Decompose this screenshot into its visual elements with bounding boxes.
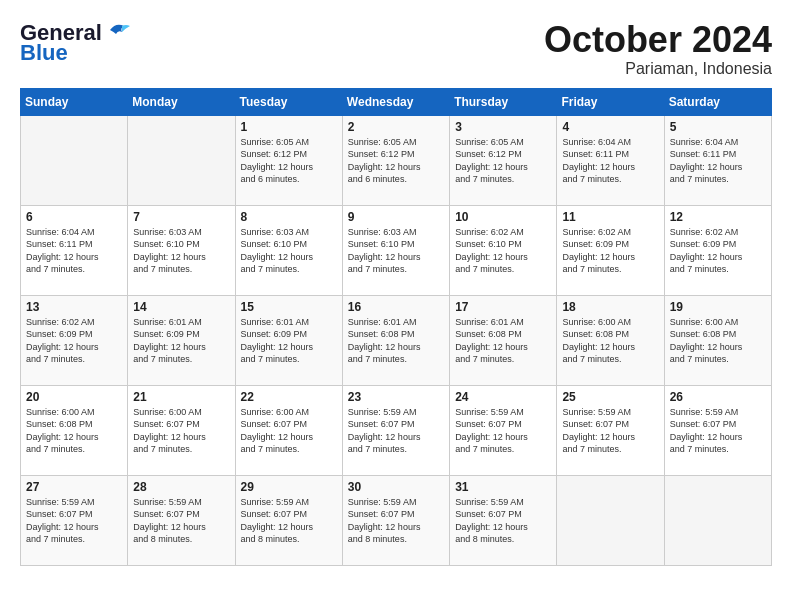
day-number: 27	[26, 480, 122, 494]
table-row: 6Sunrise: 6:04 AM Sunset: 6:11 PM Daylig…	[21, 205, 128, 295]
day-content: Sunrise: 5:59 AM Sunset: 6:07 PM Dayligh…	[26, 496, 122, 546]
day-number: 28	[133, 480, 229, 494]
table-row: 23Sunrise: 5:59 AM Sunset: 6:07 PM Dayli…	[342, 385, 449, 475]
header-thursday: Thursday	[450, 88, 557, 115]
table-row: 11Sunrise: 6:02 AM Sunset: 6:09 PM Dayli…	[557, 205, 664, 295]
header-wednesday: Wednesday	[342, 88, 449, 115]
day-number: 15	[241, 300, 337, 314]
day-number: 24	[455, 390, 551, 404]
calendar-week-row: 1Sunrise: 6:05 AM Sunset: 6:12 PM Daylig…	[21, 115, 772, 205]
calendar-body: 1Sunrise: 6:05 AM Sunset: 6:12 PM Daylig…	[21, 115, 772, 565]
calendar-week-row: 6Sunrise: 6:04 AM Sunset: 6:11 PM Daylig…	[21, 205, 772, 295]
day-number: 11	[562, 210, 658, 224]
day-content: Sunrise: 6:02 AM Sunset: 6:10 PM Dayligh…	[455, 226, 551, 276]
day-content: Sunrise: 6:03 AM Sunset: 6:10 PM Dayligh…	[133, 226, 229, 276]
table-row: 24Sunrise: 5:59 AM Sunset: 6:07 PM Dayli…	[450, 385, 557, 475]
day-content: Sunrise: 6:01 AM Sunset: 6:09 PM Dayligh…	[241, 316, 337, 366]
header-friday: Friday	[557, 88, 664, 115]
logo-bird-icon	[108, 22, 130, 40]
logo: General Blue	[20, 20, 130, 66]
table-row: 30Sunrise: 5:59 AM Sunset: 6:07 PM Dayli…	[342, 475, 449, 565]
table-row: 13Sunrise: 6:02 AM Sunset: 6:09 PM Dayli…	[21, 295, 128, 385]
day-number: 21	[133, 390, 229, 404]
day-content: Sunrise: 6:03 AM Sunset: 6:10 PM Dayligh…	[348, 226, 444, 276]
table-row: 2Sunrise: 6:05 AM Sunset: 6:12 PM Daylig…	[342, 115, 449, 205]
title-area: October 2024 Pariaman, Indonesia	[544, 20, 772, 78]
day-content: Sunrise: 6:00 AM Sunset: 6:07 PM Dayligh…	[241, 406, 337, 456]
page-header: General Blue October 2024 Pariaman, Indo…	[20, 20, 772, 78]
day-number: 9	[348, 210, 444, 224]
day-number: 31	[455, 480, 551, 494]
day-content: Sunrise: 6:00 AM Sunset: 6:08 PM Dayligh…	[562, 316, 658, 366]
day-number: 7	[133, 210, 229, 224]
day-content: Sunrise: 6:02 AM Sunset: 6:09 PM Dayligh…	[670, 226, 766, 276]
table-row: 19Sunrise: 6:00 AM Sunset: 6:08 PM Dayli…	[664, 295, 771, 385]
day-number: 2	[348, 120, 444, 134]
day-number: 30	[348, 480, 444, 494]
header-tuesday: Tuesday	[235, 88, 342, 115]
table-row: 27Sunrise: 5:59 AM Sunset: 6:07 PM Dayli…	[21, 475, 128, 565]
calendar-week-row: 13Sunrise: 6:02 AM Sunset: 6:09 PM Dayli…	[21, 295, 772, 385]
table-row: 17Sunrise: 6:01 AM Sunset: 6:08 PM Dayli…	[450, 295, 557, 385]
day-content: Sunrise: 6:05 AM Sunset: 6:12 PM Dayligh…	[241, 136, 337, 186]
day-content: Sunrise: 6:05 AM Sunset: 6:12 PM Dayligh…	[348, 136, 444, 186]
day-content: Sunrise: 5:59 AM Sunset: 6:07 PM Dayligh…	[241, 496, 337, 546]
day-number: 17	[455, 300, 551, 314]
day-content: Sunrise: 6:00 AM Sunset: 6:08 PM Dayligh…	[26, 406, 122, 456]
calendar-week-row: 27Sunrise: 5:59 AM Sunset: 6:07 PM Dayli…	[21, 475, 772, 565]
day-content: Sunrise: 6:01 AM Sunset: 6:08 PM Dayligh…	[455, 316, 551, 366]
table-row: 15Sunrise: 6:01 AM Sunset: 6:09 PM Dayli…	[235, 295, 342, 385]
table-row: 26Sunrise: 5:59 AM Sunset: 6:07 PM Dayli…	[664, 385, 771, 475]
day-number: 14	[133, 300, 229, 314]
day-content: Sunrise: 6:03 AM Sunset: 6:10 PM Dayligh…	[241, 226, 337, 276]
day-number: 5	[670, 120, 766, 134]
table-row: 31Sunrise: 5:59 AM Sunset: 6:07 PM Dayli…	[450, 475, 557, 565]
table-row	[557, 475, 664, 565]
day-number: 10	[455, 210, 551, 224]
day-number: 18	[562, 300, 658, 314]
day-content: Sunrise: 5:59 AM Sunset: 6:07 PM Dayligh…	[455, 496, 551, 546]
table-row: 22Sunrise: 6:00 AM Sunset: 6:07 PM Dayli…	[235, 385, 342, 475]
table-row: 3Sunrise: 6:05 AM Sunset: 6:12 PM Daylig…	[450, 115, 557, 205]
day-content: Sunrise: 6:01 AM Sunset: 6:09 PM Dayligh…	[133, 316, 229, 366]
day-number: 26	[670, 390, 766, 404]
day-number: 25	[562, 390, 658, 404]
table-row: 1Sunrise: 6:05 AM Sunset: 6:12 PM Daylig…	[235, 115, 342, 205]
day-number: 8	[241, 210, 337, 224]
header-monday: Monday	[128, 88, 235, 115]
table-row: 12Sunrise: 6:02 AM Sunset: 6:09 PM Dayli…	[664, 205, 771, 295]
month-title: October 2024	[544, 20, 772, 60]
table-row: 18Sunrise: 6:00 AM Sunset: 6:08 PM Dayli…	[557, 295, 664, 385]
day-content: Sunrise: 5:59 AM Sunset: 6:07 PM Dayligh…	[455, 406, 551, 456]
table-row: 16Sunrise: 6:01 AM Sunset: 6:08 PM Dayli…	[342, 295, 449, 385]
day-number: 3	[455, 120, 551, 134]
day-number: 29	[241, 480, 337, 494]
table-row: 25Sunrise: 5:59 AM Sunset: 6:07 PM Dayli…	[557, 385, 664, 475]
calendar-header: Sunday Monday Tuesday Wednesday Thursday…	[21, 88, 772, 115]
day-content: Sunrise: 6:04 AM Sunset: 6:11 PM Dayligh…	[670, 136, 766, 186]
day-number: 12	[670, 210, 766, 224]
day-number: 23	[348, 390, 444, 404]
day-content: Sunrise: 6:05 AM Sunset: 6:12 PM Dayligh…	[455, 136, 551, 186]
day-number: 16	[348, 300, 444, 314]
table-row	[664, 475, 771, 565]
day-content: Sunrise: 5:59 AM Sunset: 6:07 PM Dayligh…	[133, 496, 229, 546]
table-row: 10Sunrise: 6:02 AM Sunset: 6:10 PM Dayli…	[450, 205, 557, 295]
day-content: Sunrise: 5:59 AM Sunset: 6:07 PM Dayligh…	[670, 406, 766, 456]
table-row: 9Sunrise: 6:03 AM Sunset: 6:10 PM Daylig…	[342, 205, 449, 295]
day-number: 22	[241, 390, 337, 404]
table-row: 7Sunrise: 6:03 AM Sunset: 6:10 PM Daylig…	[128, 205, 235, 295]
table-row: 28Sunrise: 5:59 AM Sunset: 6:07 PM Dayli…	[128, 475, 235, 565]
day-content: Sunrise: 6:04 AM Sunset: 6:11 PM Dayligh…	[562, 136, 658, 186]
table-row	[128, 115, 235, 205]
day-content: Sunrise: 6:02 AM Sunset: 6:09 PM Dayligh…	[562, 226, 658, 276]
day-number: 20	[26, 390, 122, 404]
header-saturday: Saturday	[664, 88, 771, 115]
table-row: 8Sunrise: 6:03 AM Sunset: 6:10 PM Daylig…	[235, 205, 342, 295]
day-number: 19	[670, 300, 766, 314]
table-row: 21Sunrise: 6:00 AM Sunset: 6:07 PM Dayli…	[128, 385, 235, 475]
table-row: 14Sunrise: 6:01 AM Sunset: 6:09 PM Dayli…	[128, 295, 235, 385]
day-content: Sunrise: 6:04 AM Sunset: 6:11 PM Dayligh…	[26, 226, 122, 276]
day-content: Sunrise: 5:59 AM Sunset: 6:07 PM Dayligh…	[348, 406, 444, 456]
day-content: Sunrise: 6:01 AM Sunset: 6:08 PM Dayligh…	[348, 316, 444, 366]
